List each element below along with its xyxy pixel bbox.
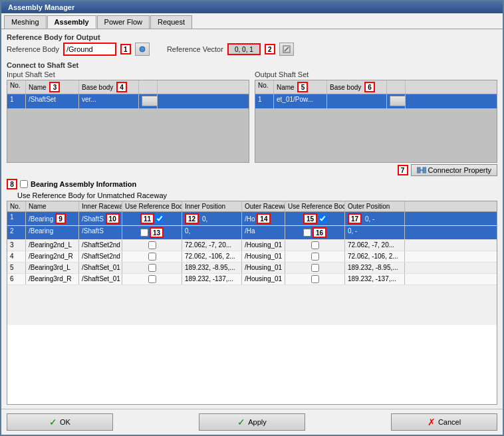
- br1-inner: /ShaftS 10: [79, 212, 122, 225]
- badge-10: 10: [106, 213, 120, 224]
- ref-vector-icon-btn[interactable]: [279, 43, 294, 56]
- br2-outer: /Ha: [242, 226, 285, 239]
- input-shaft-table: No. Name 3 Base body 4: [7, 80, 249, 163]
- badge-17: 17: [348, 213, 362, 224]
- br2-useref2[interactable]: 16: [285, 226, 345, 239]
- apply-button[interactable]: ✓ Apply: [199, 413, 305, 431]
- tab-bar: Meshing Assembly Power Flow Request: [1, 13, 503, 29]
- br1-outer: /Ho 14: [242, 212, 285, 225]
- br3-useref2[interactable]: [285, 240, 345, 251]
- br4-useref2[interactable]: [285, 251, 345, 262]
- bearing-row-5[interactable]: 5 /Bearing3rd_L /ShaftSet_01 189.232, -8…: [7, 263, 497, 274]
- connector-property-label: Connector Property: [428, 166, 491, 174]
- br5-useref2-checkbox[interactable]: [311, 264, 319, 272]
- br1-useref1-checkbox[interactable]: [156, 215, 164, 223]
- tab-meshing[interactable]: Meshing: [4, 15, 47, 29]
- br5-useref1[interactable]: [122, 263, 182, 273]
- br1-useref1[interactable]: 11: [122, 212, 182, 225]
- br4-useref1-checkbox[interactable]: [148, 253, 156, 261]
- br6-useref2-checkbox[interactable]: [311, 275, 319, 283]
- bh-name: Name: [26, 201, 79, 211]
- br6-innerpos: 189.232, -137,...: [182, 274, 242, 284]
- br5-name: /Bearing3rd_L: [26, 263, 79, 273]
- output-shaft-header: No. Name 5 Base body 6: [255, 80, 497, 94]
- br1-useref2[interactable]: 15: [285, 212, 345, 225]
- bearing-section: 8 Bearing Assembly Information Use Refer…: [7, 179, 497, 405]
- bh-inner-pos: Inner Position: [182, 201, 242, 211]
- apply-label: Apply: [248, 418, 267, 426]
- br3-useref2-checkbox[interactable]: [311, 241, 319, 249]
- br3-useref1[interactable]: [122, 240, 182, 251]
- br1-useref2-checkbox[interactable]: [318, 215, 326, 223]
- ok-check-icon: ✓: [49, 417, 57, 427]
- badge-5: 5: [297, 82, 308, 92]
- br5-no: 5: [7, 263, 26, 273]
- tab-assembly[interactable]: Assembly: [47, 15, 96, 29]
- br4-outer: /Housing_01: [242, 251, 285, 262]
- row-basebody-out: [327, 94, 387, 108]
- bearing-row-1[interactable]: 1 /Bearing 9 /ShaftS 10 11 12: [7, 212, 497, 226]
- br1-no: 1: [7, 212, 26, 225]
- br6-no: 6: [7, 274, 26, 284]
- connector-property-btn[interactable]: Connector Property: [411, 164, 497, 176]
- bearing-row-2[interactable]: 2 /Bearing /ShaftS 13 0, /Ha 16 0, -: [7, 226, 497, 240]
- br2-useref1-checkbox[interactable]: [140, 229, 148, 237]
- br1-innerpos: 12 0,: [182, 212, 242, 225]
- output-shaft-panel: Output Shaft Set No. Name 5 Base body 6: [255, 70, 497, 163]
- col-no: No.: [7, 80, 26, 94]
- ref-body-input[interactable]: [63, 43, 116, 56]
- input-shaft-row-1[interactable]: 1 /ShaftSet ver...: [7, 94, 249, 109]
- br6-outer: /Housing_01: [242, 274, 285, 284]
- br5-outerpos: 189.232, -8.95,...: [345, 263, 405, 273]
- ref-body-icon-btn[interactable]: [135, 43, 150, 56]
- bearing-row-3[interactable]: 3 /Bearing2nd_L /ShaftSet2nd 72.062, -7,…: [7, 240, 497, 251]
- br5-useref2[interactable]: [285, 263, 345, 273]
- bearing-row-4[interactable]: 4 /Bearing2nd_R /ShaftSet2nd 72.062, -10…: [7, 251, 497, 263]
- col-name: Name 3: [26, 80, 79, 94]
- use-ref-body-checkbox[interactable]: [20, 180, 28, 188]
- ok-button[interactable]: ✓ OK: [7, 413, 113, 431]
- br2-useref2-checkbox[interactable]: [303, 229, 311, 237]
- bearing-table-header: No. Name Inner Raceway Use Reference Bod…: [7, 201, 497, 212]
- br5-useref1-checkbox[interactable]: [148, 264, 156, 272]
- badge-2: 2: [265, 44, 275, 54]
- apply-check-icon: ✓: [237, 417, 245, 427]
- row-btn[interactable]: [139, 94, 158, 108]
- br6-useref1-checkbox[interactable]: [148, 275, 156, 283]
- br6-useref1[interactable]: [122, 274, 182, 284]
- br4-useref1[interactable]: [122, 251, 182, 262]
- bearing-check-row: 8 Bearing Assembly Information: [7, 179, 497, 189]
- ref-vector-field-label: Reference Vector: [167, 45, 223, 53]
- input-shaft-label: Input Shaft Set: [7, 70, 249, 78]
- badge-4: 4: [116, 82, 127, 92]
- br6-useref2[interactable]: [285, 274, 345, 284]
- output-shaft-label: Output Shaft Set: [255, 70, 497, 78]
- br2-useref1[interactable]: 13: [122, 226, 182, 239]
- bearing-empty-area: [7, 285, 497, 325]
- br3-outerpos: 72.062, -7, 20...: [345, 240, 405, 251]
- assembly-manager-window: Assembly Manager Meshing Assembly Power …: [0, 0, 504, 436]
- br4-name: /Bearing2nd_R: [26, 251, 79, 262]
- row-no: 1: [7, 94, 26, 108]
- br2-name: /Bearing: [26, 226, 79, 239]
- tab-power-flow[interactable]: Power Flow: [97, 15, 150, 29]
- cancel-x-icon: ✗: [428, 417, 436, 427]
- title-bar: Assembly Manager: [1, 1, 503, 13]
- bearing-row-6[interactable]: 6 /Bearing3rd_R /ShaftSet_01 189.232, -1…: [7, 274, 497, 285]
- br6-outerpos: 189.232, -137,...: [345, 274, 405, 284]
- bearing-table: No. Name Inner Raceway Use Reference Bod…: [7, 201, 497, 405]
- cancel-label: Cancel: [438, 418, 461, 426]
- cancel-button[interactable]: ✗ Cancel: [391, 413, 497, 431]
- reference-body-row: Reference Body 1 Reference Vector 0, 0, …: [7, 43, 497, 56]
- output-shaft-row-1[interactable]: 1 et_01/Pow...: [255, 94, 497, 109]
- ok-label: OK: [60, 418, 70, 426]
- output-row-btn[interactable]: [390, 96, 406, 106]
- row-btn-out[interactable]: [387, 94, 406, 108]
- br4-outerpos: 72.062, -106, 2...: [345, 251, 405, 262]
- input-row-btn[interactable]: [142, 96, 158, 106]
- tab-request[interactable]: Request: [150, 15, 192, 29]
- badge-7: 7: [398, 165, 408, 175]
- badge-12: 12: [185, 213, 199, 224]
- br4-useref2-checkbox[interactable]: [311, 253, 319, 261]
- br3-useref1-checkbox[interactable]: [148, 241, 156, 249]
